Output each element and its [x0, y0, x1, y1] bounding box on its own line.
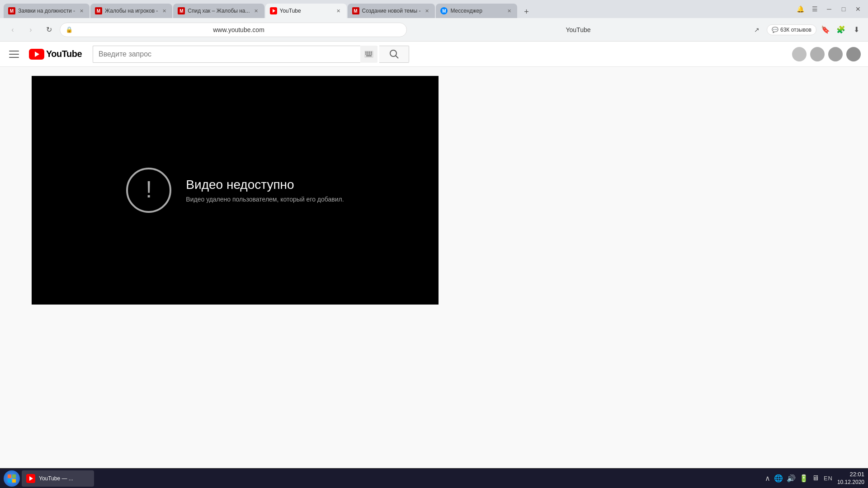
- header-right: [792, 47, 861, 61]
- minimize-button[interactable]: ─: [823, 3, 835, 15]
- taskbar-item-label: YouTube — ...: [39, 475, 73, 482]
- lock-icon: 🔒: [66, 26, 73, 33]
- youtube-logo[interactable]: YouTube: [29, 49, 82, 60]
- user-avatar-4[interactable]: [846, 47, 861, 61]
- user-avatar-3[interactable]: [828, 47, 843, 61]
- svg-line-15: [396, 56, 398, 58]
- browser-tab-4[interactable]: YouTube ✕: [265, 4, 347, 18]
- youtube-logo-icon: [29, 49, 44, 60]
- maximize-button[interactable]: □: [837, 3, 850, 15]
- tab-favicon-4: [270, 7, 277, 14]
- unavailable-title: Видео недоступно: [186, 178, 344, 192]
- unavailable-text: Видео недоступно Видео удалено пользоват…: [186, 178, 344, 203]
- nav-right-controls: ↗ 💬 63К отзывов 🔖 🧩 ⬇: [750, 23, 863, 37]
- svg-rect-11: [369, 53, 370, 55]
- keyboard-button[interactable]: [360, 46, 377, 63]
- user-avatar-1[interactable]: [792, 47, 807, 61]
- tab-title-4: YouTube: [280, 8, 332, 14]
- tab-close-5[interactable]: ✕: [423, 7, 430, 14]
- new-tab-button[interactable]: +: [520, 5, 533, 18]
- download-button[interactable]: ⬇: [850, 23, 863, 36]
- tab-close-3[interactable]: ✕: [253, 7, 260, 14]
- search-icon: [389, 49, 399, 59]
- youtube-header: YouTube: [0, 42, 868, 67]
- svg-rect-9: [365, 53, 367, 55]
- taskbar-item-icon: [26, 474, 35, 483]
- tab-title-5: Создание новой темы -: [362, 8, 421, 14]
- unavailable-icon: !: [126, 168, 171, 213]
- taskbar-clock[interactable]: 22:01 10.12.2020: [837, 470, 864, 486]
- network-icon[interactable]: 🌐: [774, 474, 783, 483]
- address-text: www.youtube.com: [76, 26, 401, 33]
- battery-icon[interactable]: 🔋: [799, 474, 808, 483]
- svg-point-14: [390, 50, 396, 56]
- svg-rect-18: [8, 479, 11, 483]
- browser-tab-1[interactable]: M Заявки на должности - ✕: [4, 4, 90, 18]
- tab-title-1: Заявки на должности -: [18, 8, 75, 14]
- share-button[interactable]: ↗: [750, 23, 764, 37]
- tab-favicon-6: M: [440, 7, 448, 14]
- hamburger-line-3: [9, 57, 19, 58]
- notifications-button[interactable]: 🔔: [794, 3, 807, 15]
- keyboard-icon: [364, 51, 373, 58]
- menu-button[interactable]: ☰: [808, 3, 821, 15]
- reviews-count: 63К отзывов: [780, 27, 811, 33]
- browser-tab-3[interactable]: M Спид хак – Жалобы на... ✕: [173, 4, 264, 18]
- video-unavailable-message: ! Видео недоступно Видео удалено пользов…: [126, 168, 344, 213]
- video-player[interactable]: ! Видео недоступно Видео удалено пользов…: [32, 76, 439, 305]
- reviews-icon: 💬: [772, 27, 778, 33]
- tab-favicon-5: M: [352, 7, 359, 14]
- tab-title-3: Спид хак – Жалобы на...: [188, 8, 250, 14]
- reviews-button[interactable]: 💬 63К отзывов: [767, 24, 816, 35]
- search-container: [93, 46, 409, 63]
- taskbar-youtube-item[interactable]: YouTube — ...: [22, 470, 94, 487]
- language-indicator[interactable]: EN: [824, 475, 833, 482]
- user-avatar-2[interactable]: [810, 47, 825, 61]
- refresh-button[interactable]: ↻: [42, 23, 56, 37]
- svg-rect-7: [369, 52, 370, 53]
- browser-tab-6[interactable]: M Мессенджер ✕: [436, 4, 517, 18]
- unavailable-subtitle: Видео удалено пользователем, который его…: [186, 196, 344, 203]
- hamburger-menu[interactable]: [7, 47, 22, 61]
- svg-rect-5: [365, 52, 367, 53]
- taskbar-system-icons: ∧ 🌐 🔊 🔋 🖥: [765, 474, 819, 483]
- taskbar-right: ∧ 🌐 🔊 🔋 🖥 EN 22:01 10.12.2020: [765, 470, 864, 486]
- window-controls: 🔔 ☰ ─ □ ✕: [794, 3, 864, 15]
- address-bar[interactable]: 🔒 www.youtube.com: [60, 23, 407, 37]
- svg-rect-10: [367, 53, 368, 55]
- bookmark-button[interactable]: 🔖: [819, 23, 832, 36]
- tab-title-2: Жалобы на игроков -: [105, 8, 158, 14]
- svg-rect-13: [366, 55, 372, 56]
- extensions-button[interactable]: 🧩: [835, 23, 847, 36]
- back-button[interactable]: ‹: [5, 23, 20, 37]
- svg-rect-17: [12, 474, 16, 478]
- close-button[interactable]: ✕: [852, 3, 864, 15]
- tab-close-1[interactable]: ✕: [78, 7, 85, 14]
- navigation-bar: ‹ › ↻ 🔒 www.youtube.com YouTube ↗ 💬 63К …: [0, 18, 868, 42]
- tab-close-4[interactable]: ✕: [335, 7, 342, 14]
- chevron-icon[interactable]: ∧: [765, 474, 770, 483]
- display-icon[interactable]: 🖥: [812, 474, 819, 482]
- start-button[interactable]: [4, 470, 20, 487]
- clock-date: 10.12.2020: [837, 479, 864, 486]
- video-area: ! Видео недоступно Видео удалено пользов…: [0, 67, 868, 305]
- clock-time: 22:01: [837, 470, 864, 479]
- page-content: YouTube: [0, 42, 868, 468]
- volume-icon[interactable]: 🔊: [787, 474, 796, 483]
- exclamation-icon: !: [146, 178, 152, 201]
- forward-button[interactable]: ›: [24, 23, 38, 37]
- browser-tab-5[interactable]: M Создание новой темы - ✕: [348, 4, 435, 18]
- tab-favicon-3: M: [178, 7, 185, 14]
- tab-close-6[interactable]: ✕: [505, 7, 513, 14]
- search-input[interactable]: [93, 46, 360, 63]
- svg-rect-8: [371, 52, 372, 53]
- svg-rect-19: [12, 479, 16, 483]
- tab-close-2[interactable]: ✕: [160, 7, 168, 14]
- browser-tab-2[interactable]: M Жалобы на игроков - ✕: [90, 4, 172, 18]
- search-button[interactable]: [379, 46, 409, 63]
- youtube-logo-text: YouTube: [46, 49, 82, 59]
- windows-icon: [7, 474, 16, 483]
- tab-favicon-1: M: [8, 7, 15, 14]
- svg-rect-12: [371, 53, 372, 55]
- tab-title-6: Мессенджер: [450, 8, 503, 14]
